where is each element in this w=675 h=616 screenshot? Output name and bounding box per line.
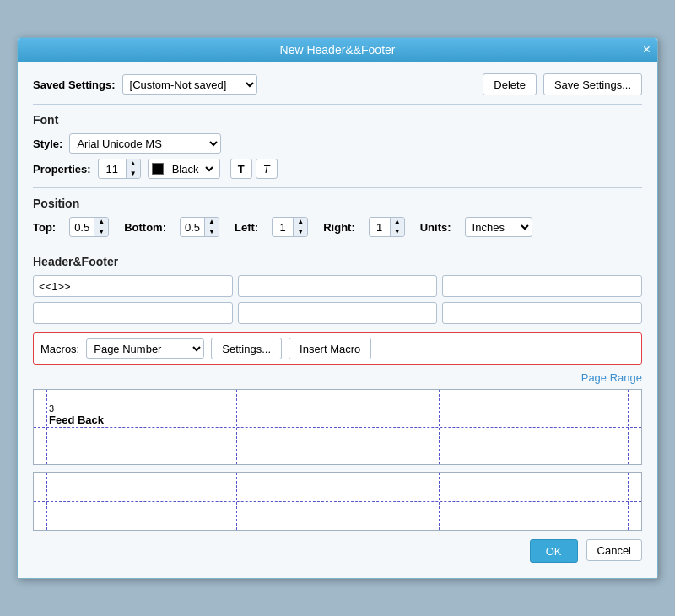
hf-r1c1[interactable]: [33, 275, 233, 297]
footer-buttons: OK Cancel: [33, 531, 642, 566]
font-size-down[interactable]: ▼: [127, 169, 140, 179]
headerfooter-section-title: Header&Footer: [33, 255, 642, 268]
macros-row: Macros: Page Number Date Time File Name …: [33, 332, 642, 365]
saved-settings-label: Saved Settings:: [33, 78, 116, 91]
ok-button[interactable]: OK: [530, 539, 578, 563]
cancel-button[interactable]: Cancel: [586, 539, 642, 561]
hf-r2c1[interactable]: [33, 302, 233, 324]
right-spinner[interactable]: ▲ ▼: [369, 217, 405, 237]
bottom-input[interactable]: [181, 221, 204, 234]
color-select-container[interactable]: Black: [148, 159, 220, 179]
hf-r1c3[interactable]: [442, 275, 642, 297]
italic-button[interactable]: T: [256, 159, 278, 179]
header-footer-grid: [33, 275, 642, 324]
save-settings-button[interactable]: Save Settings...: [543, 73, 642, 95]
right-down[interactable]: ▼: [391, 227, 404, 237]
dashed-h: [34, 427, 641, 428]
preview-top: 3 Feed Back: [33, 389, 642, 465]
units-label: Units:: [420, 221, 451, 234]
top-input[interactable]: [70, 221, 94, 234]
preview-content: Feed Back: [49, 413, 104, 426]
right-label: Right:: [323, 221, 355, 234]
bottom-down[interactable]: ▼: [205, 227, 219, 237]
dialog-new-header-footer: New Header&&Footer × Saved Settings: [Cu…: [17, 37, 658, 579]
saved-settings-row: Saved Settings: [Custom-Not saved] Delet…: [33, 73, 642, 95]
dashed-h-b: [34, 501, 641, 502]
top-spinner[interactable]: ▲ ▼: [69, 217, 109, 237]
preview-bottom: [33, 472, 642, 531]
hf-r1c2[interactable]: [238, 275, 438, 297]
bold-button[interactable]: T: [230, 159, 252, 179]
left-input[interactable]: [273, 221, 293, 234]
font-size-input[interactable]: [99, 163, 126, 176]
right-up[interactable]: ▲: [391, 217, 404, 227]
color-swatch: [152, 163, 164, 175]
font-style-row: Style: Arial Unicode MS: [33, 133, 642, 154]
hf-r2c2[interactable]: [238, 302, 438, 324]
top-label: Top:: [33, 221, 56, 234]
macros-select[interactable]: Page Number Date Time File Name Page Cou…: [86, 338, 204, 359]
top-down[interactable]: ▼: [94, 227, 108, 237]
style-label: Style:: [33, 138, 62, 150]
properties-label: Properties:: [33, 163, 91, 176]
font-section-title: Font: [33, 113, 642, 127]
position-section-title: Position: [33, 197, 642, 210]
font-size-up[interactable]: ▲: [127, 159, 140, 169]
close-button[interactable]: ×: [643, 43, 651, 57]
top-up[interactable]: ▲: [94, 217, 108, 227]
title-bar: New Header&&Footer ×: [18, 38, 657, 62]
left-down[interactable]: ▼: [294, 227, 307, 237]
color-select[interactable]: Black: [165, 159, 216, 178]
left-label: Left:: [235, 221, 258, 234]
macros-label: Macros:: [40, 343, 79, 355]
page-range-link[interactable]: Page Range: [581, 371, 642, 384]
hf-r2c3[interactable]: [442, 302, 642, 324]
right-input[interactable]: [370, 221, 390, 234]
bottom-label: Bottom:: [124, 221, 166, 234]
left-spinner[interactable]: ▲ ▼: [272, 217, 308, 237]
preview-page-number: 3: [49, 403, 54, 413]
font-properties-row: Properties: ▲ ▼ Black T T: [33, 159, 642, 179]
bottom-up[interactable]: ▲: [205, 217, 219, 227]
units-select[interactable]: Inches: [465, 217, 532, 237]
dialog-title: New Header&&Footer: [280, 43, 396, 57]
saved-settings-select[interactable]: [Custom-Not saved]: [122, 74, 257, 95]
bottom-spinner[interactable]: ▲ ▼: [180, 217, 219, 237]
position-row: Top: ▲ ▼ Bottom: ▲ ▼ Left: ▲: [33, 217, 642, 237]
left-up[interactable]: ▲: [294, 217, 307, 227]
font-size-spinner[interactable]: ▲ ▼: [98, 159, 141, 179]
macros-settings-button[interactable]: Settings...: [211, 338, 282, 359]
font-style-select[interactable]: Arial Unicode MS: [69, 133, 221, 154]
insert-macro-button[interactable]: Insert Macro: [289, 338, 371, 359]
delete-button[interactable]: Delete: [483, 73, 537, 95]
